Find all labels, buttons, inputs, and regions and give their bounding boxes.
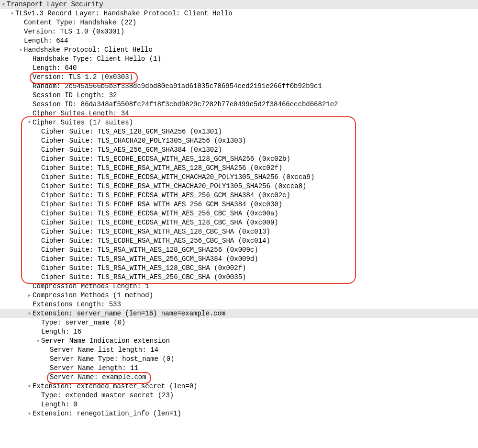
tree-item-cipher-suites-length[interactable]: Cipher Suites Length: 34 bbox=[0, 109, 478, 118]
label: Cipher Suite: TLS_RSA_WITH_AES_128_GCM_S… bbox=[41, 246, 258, 255]
tree-item-cipher-suite[interactable]: Cipher Suite: TLS_RSA_WITH_AES_256_CBC_S… bbox=[0, 273, 478, 282]
label: Cipher Suite: TLS_ECDHE_RSA_WITH_CHACHA2… bbox=[41, 182, 307, 191]
label: TLSv1.3 Record Layer: Handshake Protocol… bbox=[15, 9, 233, 18]
label: Extension: extended_master_secret (len=0… bbox=[33, 382, 197, 391]
label: Version: TLS 1.0 (0x0301) bbox=[24, 27, 124, 36]
tree-item-extensions-length[interactable]: Extensions Length: 533 bbox=[0, 300, 478, 309]
tree-item-handshake-type[interactable]: Handshake Type: Client Hello (1) bbox=[0, 55, 478, 64]
label: Cipher Suite: TLS_ECDHE_RSA_WITH_AES_128… bbox=[41, 164, 282, 173]
label: Compression Methods (1 method) bbox=[33, 291, 153, 300]
tree-item-sni[interactable]: Server Name Indication extension bbox=[0, 336, 478, 346]
label: Cipher Suite: TLS_ECDHE_ECDSA_WITH_AES_1… bbox=[41, 155, 290, 164]
tree-item-session-id-length[interactable]: Session ID Length: 32 bbox=[0, 91, 478, 100]
caret-down-icon[interactable] bbox=[0, 0, 7, 9]
tree-item-ext-ems-type[interactable]: Type: extended_master_secret (23) bbox=[0, 391, 478, 400]
caret-down-icon[interactable] bbox=[17, 45, 24, 55]
label: Random: 2c545a566b5b3f338dc9dbd80ea91ad6… bbox=[33, 82, 322, 91]
tree-item-cipher-suite[interactable]: Cipher Suite: TLS_ECDHE_ECDSA_WITH_AES_1… bbox=[0, 155, 478, 164]
label: Transport Layer Security bbox=[7, 0, 103, 9]
tree-item-ext-ems-length[interactable]: Length: 0 bbox=[0, 400, 478, 409]
tree-item-record-version[interactable]: Version: TLS 1.0 (0x0301) bbox=[0, 27, 478, 36]
tree-item-compression-length[interactable]: Compression Methods Length: 1 bbox=[0, 282, 478, 291]
tree-item-cipher-suite[interactable]: Cipher Suite: TLS_CHACHA20_POLY1305_SHA2… bbox=[0, 136, 478, 146]
label: Server Name: example.com bbox=[50, 373, 146, 382]
tree-item-ext-ems[interactable]: Extension: extended_master_secret (len=0… bbox=[0, 382, 478, 391]
tree-item-cipher-suite[interactable]: Cipher Suite: TLS_ECDHE_RSA_WITH_AES_256… bbox=[0, 236, 478, 246]
label: Extension: renegotiation_info (len=1) bbox=[33, 409, 181, 418]
label: Type: server_name (0) bbox=[41, 318, 125, 327]
tree-item-cipher-suite[interactable]: Cipher Suite: TLS_ECDHE_RSA_WITH_AES_256… bbox=[0, 200, 478, 209]
tree-item-random[interactable]: Random: 2c545a566b5b3f338dc9dbd80ea91ad6… bbox=[0, 82, 478, 91]
label: Content Type: Handshake (22) bbox=[24, 18, 136, 27]
label: Length: 640 bbox=[33, 64, 77, 73]
label: Length: 16 bbox=[41, 327, 81, 336]
tree-item-tls[interactable]: Transport Layer Security bbox=[0, 0, 478, 9]
tree-item-handshake-version[interactable]: Version: TLS 1.2 (0x0303) bbox=[0, 73, 478, 82]
label: Extension: server_name (len=16) name=exa… bbox=[33, 309, 225, 318]
tree-item-cipher-suite[interactable]: Cipher Suite: TLS_RSA_WITH_AES_256_GCM_S… bbox=[0, 255, 478, 264]
label: Handshake Protocol: Client Hello bbox=[24, 45, 153, 55]
label: Length: 644 bbox=[24, 36, 68, 45]
tree-item-cipher-suite[interactable]: Cipher Suite: TLS_AES_128_GCM_SHA256 (0x… bbox=[0, 127, 478, 136]
tree-item-ext-server-name[interactable]: Extension: server_name (len=16) name=exa… bbox=[0, 309, 478, 318]
tree-item-cipher-suite[interactable]: Cipher Suite: TLS_ECDHE_ECDSA_WITH_CHACH… bbox=[0, 173, 478, 182]
label: Handshake Type: Client Hello (1) bbox=[33, 55, 161, 64]
label: Cipher Suites (17 suites) bbox=[33, 118, 133, 127]
caret-down-icon[interactable] bbox=[26, 309, 33, 318]
tree-item-cipher-suite[interactable]: Cipher Suite: TLS_RSA_WITH_AES_128_CBC_S… bbox=[0, 264, 478, 273]
tree-item-cipher-suite[interactable]: Cipher Suite: TLS_ECDHE_ECDSA_WITH_AES_2… bbox=[0, 209, 478, 218]
label: Cipher Suite: TLS_ECDHE_ECDSA_WITH_AES_2… bbox=[41, 191, 290, 200]
tree-item-cipher-suite[interactable]: Cipher Suite: TLS_ECDHE_RSA_WITH_AES_128… bbox=[0, 227, 478, 236]
label: Cipher Suite: TLS_ECDHE_ECDSA_WITH_CHACH… bbox=[41, 173, 314, 182]
label: Cipher Suite: TLS_AES_256_GCM_SHA384 (0x… bbox=[41, 146, 222, 155]
tree-item-cipher-suites[interactable]: Cipher Suites (17 suites) bbox=[0, 118, 478, 127]
tree-item-handshake-length[interactable]: Length: 640 bbox=[0, 64, 478, 73]
caret-down-icon[interactable] bbox=[26, 118, 33, 127]
label: Cipher Suite: TLS_ECDHE_RSA_WITH_AES_256… bbox=[41, 236, 270, 246]
label: Server Name Type: host_name (0) bbox=[50, 355, 174, 364]
caret-down-icon[interactable] bbox=[9, 9, 15, 18]
caret-right-icon[interactable] bbox=[26, 291, 33, 300]
caret-down-icon[interactable] bbox=[34, 336, 41, 346]
label: Cipher Suite: TLS_ECDHE_ECDSA_WITH_AES_2… bbox=[41, 209, 278, 218]
tree-item-content-type[interactable]: Content Type: Handshake (22) bbox=[0, 18, 478, 27]
tree-item-compression-methods[interactable]: Compression Methods (1 method) bbox=[0, 291, 478, 300]
label: Extensions Length: 533 bbox=[33, 300, 121, 309]
label: Cipher Suite: TLS_RSA_WITH_AES_256_GCM_S… bbox=[41, 255, 258, 264]
tree-item-handshake[interactable]: Handshake Protocol: Client Hello bbox=[0, 45, 478, 55]
tree-item-ext-sn-length[interactable]: Length: 16 bbox=[0, 327, 478, 336]
caret-down-icon[interactable] bbox=[26, 409, 33, 418]
label: Compression Methods Length: 1 bbox=[33, 282, 149, 291]
label: Cipher Suite: TLS_ECDHE_RSA_WITH_AES_256… bbox=[41, 200, 282, 209]
tree-item-cipher-suite[interactable]: Cipher Suite: TLS_AES_256_GCM_SHA384 (0x… bbox=[0, 146, 478, 155]
tree-item-cipher-suite[interactable]: Cipher Suite: TLS_ECDHE_ECDSA_WITH_AES_2… bbox=[0, 191, 478, 200]
label: Cipher Suite: TLS_RSA_WITH_AES_128_CBC_S… bbox=[41, 264, 246, 273]
tree-item-cipher-suite[interactable]: Cipher Suite: TLS_RSA_WITH_AES_128_GCM_S… bbox=[0, 246, 478, 255]
label: Cipher Suites Length: 34 bbox=[33, 109, 129, 118]
label: Server Name Indication extension bbox=[41, 336, 170, 346]
tree-item-record-length[interactable]: Length: 644 bbox=[0, 36, 478, 45]
tree-item-record-layer[interactable]: TLSv1.3 Record Layer: Handshake Protocol… bbox=[0, 9, 478, 18]
tree-item-cipher-suite[interactable]: Cipher Suite: TLS_ECDHE_ECDSA_WITH_AES_1… bbox=[0, 218, 478, 227]
tree-item-cipher-suite[interactable]: Cipher Suite: TLS_ECDHE_RSA_WITH_AES_128… bbox=[0, 164, 478, 173]
caret-down-icon[interactable] bbox=[26, 382, 33, 391]
tree-item-sni-list-length[interactable]: Server Name list length: 14 bbox=[0, 346, 478, 355]
label: Cipher Suite: TLS_CHACHA20_POLY1305_SHA2… bbox=[41, 136, 246, 146]
label: Length: 0 bbox=[41, 400, 78, 409]
tree-item-sni-name[interactable]: Server Name: example.com bbox=[0, 373, 478, 382]
label: Server Name length: 11 bbox=[50, 364, 138, 373]
label: Server Name list length: 14 bbox=[50, 346, 158, 355]
tree-item-cipher-suite[interactable]: Cipher Suite: TLS_ECDHE_RSA_WITH_CHACHA2… bbox=[0, 182, 478, 191]
label: Type: extended_master_secret (23) bbox=[41, 391, 174, 400]
label: Cipher Suite: TLS_ECDHE_RSA_WITH_AES_128… bbox=[41, 227, 270, 236]
tree-item-session-id[interactable]: Session ID: 86da348af5508fc24f18f3cbd982… bbox=[0, 100, 478, 109]
label: Cipher Suite: TLS_AES_128_GCM_SHA256 (0x… bbox=[41, 127, 222, 136]
label: Session ID: 86da348af5508fc24f18f3cbd982… bbox=[33, 100, 338, 109]
tree-item-sni-name-type[interactable]: Server Name Type: host_name (0) bbox=[0, 355, 478, 364]
tree-item-sni-name-length[interactable]: Server Name length: 11 bbox=[0, 364, 478, 373]
label: Cipher Suite: TLS_RSA_WITH_AES_256_CBC_S… bbox=[41, 273, 246, 282]
label: Session ID Length: 32 bbox=[33, 91, 117, 100]
label: Cipher Suite: TLS_ECDHE_ECDSA_WITH_AES_1… bbox=[41, 218, 278, 227]
tree-item-ext-sn-type[interactable]: Type: server_name (0) bbox=[0, 318, 478, 327]
tree-item-ext-reneg[interactable]: Extension: renegotiation_info (len=1) bbox=[0, 409, 478, 418]
